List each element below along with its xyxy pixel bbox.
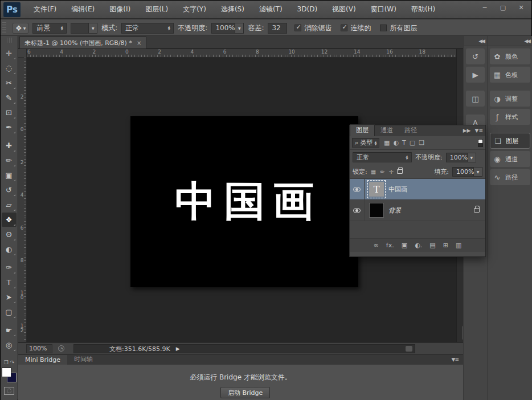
panel-menu-icon[interactable]: ▼≡ [475,128,483,133]
document-tab[interactable]: 未标题-1 @ 100% (中国画, RGB/8) * × [19,36,146,48]
footer-icon-new-group[interactable]: ▤ [429,242,435,249]
menu-item[interactable]: 视图(V) [325,1,363,18]
footer-icon-link-layers[interactable]: ∞ [374,242,379,249]
tool-path-selection[interactable]: ➤ [2,290,17,304]
panel-button-channels[interactable]: ◉ 通道 [490,151,530,167]
tool-type[interactable]: T [2,275,17,289]
menu-item[interactable]: 文字(Y) [175,1,214,18]
menu-item[interactable]: 选择(S) [214,1,252,18]
tool-clone-stamp[interactable]: ▣ [2,168,17,182]
lock-icon-lock-pixels[interactable]: ✏ [380,169,384,175]
visibility-toggle[interactable] [350,179,365,199]
quick-mask-button[interactable] [4,387,14,395]
panel-button-layers[interactable]: ❏ 图层 [490,133,530,149]
launch-bridge-button[interactable]: 启动 Bridge [220,387,270,398]
pattern-picker[interactable]: ▼ [71,23,97,34]
menu-item[interactable]: 图像(I) [102,1,138,18]
layer-name[interactable]: 背景 [388,206,401,215]
scrollbar-thumb[interactable] [406,346,412,352]
foreground-color-swatch[interactable] [2,368,11,377]
filter-icon-filter-adjustment[interactable]: ◐ [393,139,399,146]
tool-move[interactable]: ✛ [2,46,17,60]
minimize-icon[interactable]: ─ [477,2,493,13]
lock-icon-lock-position[interactable]: ✛ [389,169,394,175]
lock-icon-lock-transparency[interactable]: ▦ [371,169,376,175]
filter-type-select[interactable]: ⌕ 类型 ▲▼ [352,138,379,148]
tool-hand[interactable]: ☛ [2,323,17,337]
blend-mode-select[interactable]: 正常 ▲▼ [353,152,412,162]
close-icon[interactable]: ✕ [513,2,529,13]
maximize-icon[interactable]: ▢ [495,2,511,13]
tool-lasso[interactable]: ✂ [2,76,17,90]
collapse-dock-icon[interactable]: ◀◀ [464,36,487,46]
panel-tab[interactable]: 通道 [375,125,399,136]
panel-tab[interactable]: 图层 [350,124,375,136]
tool-shape[interactable]: ▢ [2,305,17,319]
layer-opacity-combo[interactable]: 100% ▼ [446,153,476,162]
panel-button-adjustments[interactable]: ◑ 调整 [490,91,530,107]
tool-marquee[interactable]: ◌ [2,61,17,75]
footer-icon-delete-layer[interactable]: ▥ [456,242,461,249]
menu-item[interactable]: 帮助(H) [404,1,443,18]
text-layer-thumbnail[interactable]: T [369,182,384,197]
filter-icon-filter-pixel[interactable]: ▦ [384,139,390,146]
lock-all-icon[interactable] [397,169,403,174]
panel-icon-button-3d[interactable]: ◫ [466,91,485,107]
collapse-dock-icon[interactable]: ◀◀ [488,36,532,46]
menu-item[interactable]: 窗口(W) [363,1,404,18]
horizontal-scrollbar[interactable]: 文档:351.6K/585.9K ▶ [73,344,415,353]
menu-item[interactable]: 滤镜(T) [252,1,290,18]
tool-dodge[interactable]: ◐ [2,242,17,256]
tool-spot-healing[interactable]: ✚ [2,138,17,153]
panel-button-paths[interactable]: ∿ 路径 [490,169,530,185]
toolbox-grip[interactable] [5,38,13,43]
menu-item[interactable]: 3D(D) [290,1,325,18]
tool-history-brush[interactable]: ↺ [2,183,17,197]
filter-icon-filter-smart-object[interactable]: ❏ [419,139,424,146]
tool-crop[interactable]: ⊡ [2,105,17,120]
current-tool-button[interactable]: ❖ ▼ [13,23,28,34]
panel-icon-button-actions[interactable]: ▶ [466,67,485,83]
filter-toggle[interactable] [478,139,483,147]
background-layer-thumbnail[interactable] [369,203,384,218]
option-checkbox[interactable]: 所有图层 [380,23,417,33]
tool-eyedropper[interactable]: ✒ [2,120,17,134]
canvas[interactable]: 中国画 [130,116,358,287]
opacity-combo[interactable]: 100% ▼ [211,23,244,34]
layer-row-text[interactable]: T 中国画 [350,179,485,200]
menu-item[interactable]: 编辑(E) [64,1,102,18]
tool-quick-selection[interactable]: ✎ [2,91,17,105]
zoom-level-field[interactable]: 100% [26,344,52,353]
menu-item[interactable]: 文件(F) [26,1,64,18]
footer-icon-layer-styles[interactable]: fx. [386,242,394,249]
footer-icon-new-layer[interactable]: ⊞ [443,242,448,249]
tool-paint-bucket[interactable]: ❖ [2,213,17,227]
bottom-panel-tab[interactable]: 时间轴 [67,354,100,365]
panel-menu-icon[interactable]: ▼≡ [452,357,459,362]
footer-icon-adjustment-layer[interactable]: ◐. [415,242,422,249]
bottom-panel-tab[interactable]: Mini Bridge [18,355,67,365]
tool-blur[interactable]: ʘ [2,227,17,242]
tool-zoom[interactable]: ◎ [2,338,17,352]
mini-tool-icon-edit-toolbar[interactable]: ❐ [4,360,9,365]
filter-icon-filter-type[interactable]: T [402,139,406,146]
panel-button-styles[interactable]: ƒ 样式 [490,109,530,125]
panel-button-swatches[interactable]: ▦ 色板 [490,67,530,83]
panel-icon-button-history[interactable]: ↺ [466,48,485,64]
layer-fill-combo[interactable]: 100% ▼ [452,167,482,177]
tool-brush[interactable]: ✏ [2,153,17,168]
footer-icon-layer-mask[interactable]: ▣ [402,242,407,249]
filter-icon-filter-shape[interactable]: ▢ [410,139,415,146]
menu-item[interactable]: 图层(L) [138,1,175,18]
mini-tool-icon-switch-colors[interactable]: ↷ [10,360,15,365]
mode-select[interactable]: 正常 ▲▼ [121,23,174,34]
fill-source-select[interactable]: 前景 ▲▼ [32,23,67,34]
visibility-toggle[interactable] [350,200,365,221]
tolerance-input[interactable]: 32 [268,23,287,34]
double-arrow-icon[interactable]: ▶▶ [463,128,471,133]
flyout-arrow-icon[interactable]: ▶ [176,346,180,352]
tool-pen[interactable]: ✑ [2,260,17,275]
option-checkbox[interactable]: 连续的 [341,23,371,33]
tool-eraser[interactable]: ▱ [2,198,17,212]
tab-close-icon[interactable]: × [137,40,141,46]
